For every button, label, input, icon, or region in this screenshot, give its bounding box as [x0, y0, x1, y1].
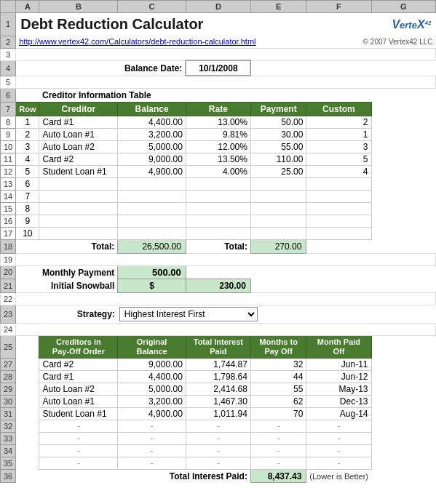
creditor-9[interactable]	[39, 215, 118, 227]
empty-g11	[371, 153, 435, 165]
balance-6[interactable]	[118, 177, 186, 190]
row-num-4: 4	[1, 60, 16, 76]
creditor-3[interactable]: Auto Loan #2	[39, 140, 118, 153]
creditor-4[interactable]: Card #2	[39, 153, 118, 165]
empty-g18	[371, 239, 435, 253]
row-num-25: 25	[1, 335, 16, 358]
payment-8[interactable]	[250, 202, 306, 215]
result-interest-5: 1,011.94	[186, 407, 250, 420]
result-interest-9: -	[186, 457, 250, 469]
empty-g31	[371, 407, 435, 420]
strategy-select-cell[interactable]: Highest Interest First Lowest Balance Fi…	[118, 305, 306, 323]
custom-2[interactable]: 1	[306, 128, 371, 140]
payment-7[interactable]	[250, 190, 306, 202]
empty-g13	[371, 177, 435, 190]
payment-1[interactable]: 50.00	[250, 116, 306, 128]
row-num-30: 30	[1, 395, 16, 407]
monthly-payment-value[interactable]: 500.00	[118, 265, 186, 279]
balance-5[interactable]: 4,900.00	[118, 165, 186, 177]
creditor-7[interactable]	[39, 190, 118, 202]
balance-8[interactable]	[118, 202, 186, 215]
payment-2[interactable]: 30.00	[250, 128, 306, 140]
row-num-33: 33	[1, 432, 16, 444]
balance-7[interactable]	[118, 190, 186, 202]
balance-4[interactable]: 9,000.00	[118, 153, 186, 165]
rate-6[interactable]	[186, 177, 250, 190]
rate-4[interactable]: 13.50%	[186, 153, 250, 165]
data-row-num-2: 2	[16, 128, 39, 140]
payment-4[interactable]: 110.00	[250, 153, 306, 165]
balance-3[interactable]: 5,000.00	[118, 140, 186, 153]
rate-9[interactable]	[186, 215, 250, 227]
creditor-2[interactable]: Auto Loan #1	[39, 128, 118, 140]
empty-b36	[39, 469, 118, 483]
empty-g7	[371, 102, 435, 116]
total-interest-label: Total Interest Paid:	[118, 469, 251, 483]
balance-9[interactable]	[118, 215, 186, 227]
header-custom: Custom	[306, 102, 371, 116]
payment-3[interactable]: 55.00	[250, 140, 306, 153]
balance-1[interactable]: 4,400.00	[118, 116, 186, 128]
empty-g27	[371, 358, 435, 370]
payment-9[interactable]	[250, 215, 306, 227]
initial-snowball-value[interactable]: 230.00	[186, 279, 250, 293]
website-link[interactable]: http://www.vertex42.com/Calculators/debt…	[16, 36, 306, 48]
empty-f18	[306, 239, 371, 253]
logo-area: VerteX42	[306, 13, 436, 36]
payment-6[interactable]	[250, 177, 306, 190]
rate-2[interactable]: 9.81%	[186, 128, 250, 140]
empty-g28	[371, 370, 435, 383]
data-row-num-6: 6	[16, 177, 39, 190]
empty-fg21	[250, 279, 371, 293]
custom-9[interactable]	[306, 215, 371, 227]
rate-1[interactable]: 13.00%	[186, 116, 250, 128]
payment-5[interactable]: 25.00	[250, 165, 306, 177]
result-month-off-4: Dec-13	[306, 395, 371, 407]
custom-5[interactable]: 4	[306, 165, 371, 177]
empty-a29	[16, 383, 39, 395]
strategy-select[interactable]: Highest Interest First Lowest Balance Fi…	[119, 307, 258, 321]
creditor-6[interactable]	[39, 177, 118, 190]
creditor-1[interactable]: Card #1	[39, 116, 118, 128]
custom-7[interactable]	[306, 190, 371, 202]
custom-4[interactable]: 5	[306, 153, 371, 165]
empty-g36	[371, 469, 435, 483]
creditor-8[interactable]	[39, 202, 118, 215]
website-link-anchor[interactable]: http://www.vertex42.com/Calculators/debt…	[19, 37, 255, 46]
total-balance-value: 26,500.00	[118, 239, 186, 253]
balance-date-value[interactable]: 10/1/2008	[186, 60, 250, 76]
col-header-d: D	[186, 1, 250, 13]
rate-7[interactable]	[186, 190, 250, 202]
empty-g9	[371, 128, 435, 140]
custom-6[interactable]	[306, 177, 371, 190]
row-num-1: 1	[1, 13, 16, 36]
creditor-10[interactable]	[39, 227, 118, 239]
custom-3[interactable]: 3	[306, 140, 371, 153]
row-num-15: 15	[1, 202, 16, 215]
rate-5[interactable]: 4.00%	[186, 165, 250, 177]
rate-10[interactable]	[186, 227, 250, 239]
custom-1[interactable]: 2	[306, 116, 371, 128]
row-num-22: 22	[1, 292, 16, 305]
row-num-5: 5	[1, 76, 16, 88]
result-month-off-7: -	[306, 432, 371, 444]
rate-8[interactable]	[186, 202, 250, 215]
rate-3[interactable]: 12.00%	[186, 140, 250, 153]
payment-10[interactable]	[250, 227, 306, 239]
creditor-5[interactable]: Student Loan #1	[39, 165, 118, 177]
logo-text: VerteX42	[392, 20, 431, 31]
row-num-13: 13	[1, 177, 16, 190]
balance-10[interactable]	[118, 227, 186, 239]
row-num-32: 32	[1, 420, 16, 432]
empty-row-3	[16, 48, 436, 60]
custom-10[interactable]	[306, 227, 371, 239]
row-num-3: 3	[1, 48, 16, 60]
result-creditor-1: Card #2	[39, 358, 118, 370]
result-interest-6: -	[186, 420, 250, 432]
empty-f23	[306, 305, 371, 323]
empty-a31	[16, 407, 39, 420]
result-month-off-6: -	[306, 420, 371, 432]
custom-8[interactable]	[306, 202, 371, 215]
result-balance-9: -	[118, 457, 186, 469]
balance-2[interactable]: 3,200.00	[118, 128, 186, 140]
